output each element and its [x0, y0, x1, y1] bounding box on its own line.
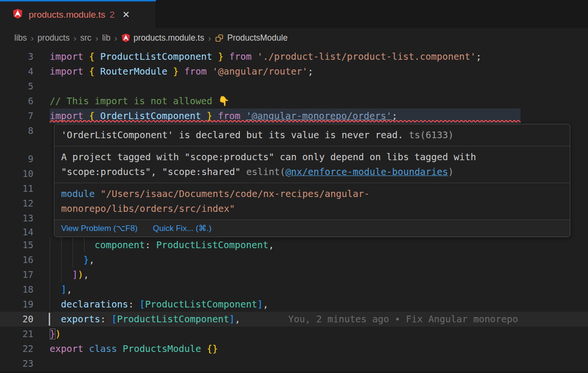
tab-title: products.module.ts — [29, 10, 106, 20]
line-number-10[interactable]: 10 — [0, 166, 33, 181]
angular-icon — [12, 8, 23, 21]
line-number-18[interactable]: 18 — [0, 282, 33, 297]
eslint-source-close: ) — [448, 166, 454, 177]
line-number-23[interactable]: 23 — [0, 356, 33, 371]
symbol-class-icon — [215, 33, 224, 43]
indent-guide — [50, 297, 50, 312]
chevron-right-icon: › — [110, 33, 121, 43]
line-number-16[interactable]: 16 — [0, 252, 33, 267]
code-content-21[interactable]: }) — [33, 327, 588, 341]
line-number-21[interactable]: 21 — [0, 327, 33, 341]
line-number-5[interactable]: 5 — [0, 79, 33, 94]
module-path-part2: monorepo/libs/orders/src/index" — [61, 203, 235, 214]
ts-diagnostic-code: ts(6133) — [409, 130, 454, 141]
code-content-15[interactable]: component: ProductListComponent, — [33, 238, 588, 252]
line-number-4[interactable]: 4 — [0, 64, 33, 79]
breadcrumb-item-products[interactable]: products — [38, 33, 70, 43]
module-info: module "/Users/isaac/Documents/code/nx-r… — [54, 183, 570, 219]
indent-guide — [50, 282, 50, 297]
line-number-11[interactable]: 11 — [0, 181, 33, 196]
breadcrumb-item-products-module-ts[interactable]: products.module.ts — [121, 33, 204, 43]
eslint-message-line2-text: "scope:products", "scope:shared" — [61, 166, 246, 177]
chevron-right-icon: › — [204, 33, 214, 43]
breadcrumb-item-productsmodule[interactable]: ProductsModule — [215, 33, 288, 43]
code-line-16: 16 }, — [0, 252, 588, 267]
code-content-19[interactable]: declarations: [ProductListComponent], — [33, 297, 588, 312]
editor-lines-bottom: 15 component: ProductListComponent,16 },… — [0, 238, 588, 371]
line-number-8[interactable]: 8 — [0, 123, 33, 138]
code-line-5: 5 — [0, 79, 588, 94]
line-number-19[interactable]: 19 — [0, 297, 33, 312]
line-number-13[interactable]: 13 — [0, 211, 33, 226]
indent-guide — [50, 267, 50, 282]
editor-lines-top: 3import { ProductListComponent } from '.… — [0, 49, 588, 123]
code-content-23[interactable] — [33, 356, 588, 371]
eslint-message-line2: "scope:products", "scope:shared" eslint(… — [61, 165, 563, 179]
code-content-4[interactable]: import { RouterModule } from '@angular/r… — [33, 64, 588, 79]
code-content-16[interactable]: }, — [33, 252, 588, 267]
line-number-6[interactable]: 6 — [0, 94, 33, 109]
code-line-3: 3import { ProductListComponent } from '.… — [0, 49, 588, 64]
error-squiggle-highlight: import { OrderListComponent } from '@ang… — [50, 109, 521, 123]
code-editor: 3import { ProductListComponent } from '.… — [0, 48, 588, 371]
code-line-21: 21}) — [0, 327, 588, 341]
code-line-4: 4import { RouterModule } from '@angular/… — [0, 64, 588, 79]
tab-problems-badge: 2 — [110, 10, 115, 20]
breadcrumb-item-src[interactable]: src — [80, 33, 91, 43]
angular-icon — [121, 33, 130, 43]
code-line-7: 7import { OrderListComponent } from '@an… — [0, 109, 588, 123]
line-number-3[interactable]: 3 — [0, 49, 33, 64]
code-line-15: 15 component: ProductListComponent, — [0, 238, 588, 252]
indent-guide — [50, 252, 50, 267]
code-line-19: 19 declarations: [ProductListComponent], — [0, 297, 588, 312]
line-number-7[interactable]: 7 — [0, 109, 33, 123]
chevron-right-icon: › — [27, 33, 37, 43]
code-content-20[interactable]: exports: [ProductListComponent],You, 2 m… — [33, 312, 588, 327]
chevron-right-icon: › — [70, 33, 80, 43]
code-content-17[interactable]: ]), — [33, 267, 588, 282]
eslint-message-line1: A project tagged with "scope:products" c… — [61, 150, 563, 165]
indent-guide — [61, 267, 62, 282]
code-line-20: 20 exports: [ProductListComponent],You, … — [0, 312, 588, 327]
code-content-18[interactable]: ], — [33, 282, 588, 297]
breadcrumb: libs›products›src›lib›products.module.ts… — [0, 28, 588, 48]
code-line-22: 22export class ProductsModule {} — [0, 341, 588, 356]
indent-guide — [73, 252, 73, 267]
line-number-12[interactable]: 12 — [0, 196, 33, 211]
line-number-14[interactable]: 14 — [0, 225, 33, 240]
tab-bar: products.module.ts 2 ✕ — [0, 0, 588, 28]
hover-zone: 891011121314 'OrderListComponent' is dec… — [0, 123, 588, 238]
close-icon[interactable]: ✕ — [122, 10, 130, 19]
line-number-22[interactable]: 22 — [0, 341, 33, 356]
eslint-diagnostic: A project tagged with "scope:products" c… — [54, 146, 570, 183]
line-number-17[interactable]: 17 — [0, 267, 33, 282]
indent-guide — [73, 238, 73, 252]
chevron-right-icon: › — [91, 33, 102, 43]
line-number-20[interactable]: 20 — [0, 312, 33, 327]
indent-guide — [61, 238, 62, 252]
breadcrumb-item-libs[interactable]: libs — [14, 33, 27, 43]
line-number-15[interactable]: 15 — [0, 238, 33, 252]
code-content-6[interactable]: // This import is not allowed 👇 — [33, 94, 588, 109]
code-content-3[interactable]: import { ProductListComponent } from './… — [33, 49, 588, 64]
eslint-source-open: eslint( — [246, 166, 285, 177]
line-number-9[interactable]: 9 — [0, 152, 33, 166]
git-blame-annotation: You, 2 minutes ago • Fix Angular monorep… — [288, 314, 518, 325]
text-cursor — [49, 313, 50, 326]
view-problem-action[interactable]: View Problem (⌥F8) — [61, 223, 138, 234]
code-line-17: 17 ]), — [0, 267, 588, 282]
module-path-line2: monorepo/libs/orders/src/index" — [61, 201, 563, 216]
code-content-7[interactable]: import { OrderListComponent } from '@ang… — [33, 109, 588, 123]
hover-actions: View Problem (⌥F8) Quick Fix... (⌘.) — [54, 219, 570, 237]
ts-diagnostic: 'OrderListComponent' is declared but its… — [54, 124, 570, 146]
indent-guide — [84, 238, 85, 252]
tab-products-module[interactable]: products.module.ts 2 ✕ — [0, 0, 156, 28]
module-path-line1: module "/Users/isaac/Documents/code/nx-r… — [61, 186, 563, 201]
gutter-overlay: 891011121314 — [0, 123, 33, 238]
breadcrumb-item-lib[interactable]: lib — [102, 33, 111, 43]
code-content-22[interactable]: export class ProductsModule {} — [33, 341, 588, 356]
eslint-rule-link[interactable]: @nx/enforce-module-boundaries — [286, 166, 448, 177]
code-content-5[interactable] — [33, 79, 588, 94]
code-line-23: 23 — [0, 356, 588, 371]
quick-fix-action[interactable]: Quick Fix... (⌘.) — [153, 223, 212, 234]
